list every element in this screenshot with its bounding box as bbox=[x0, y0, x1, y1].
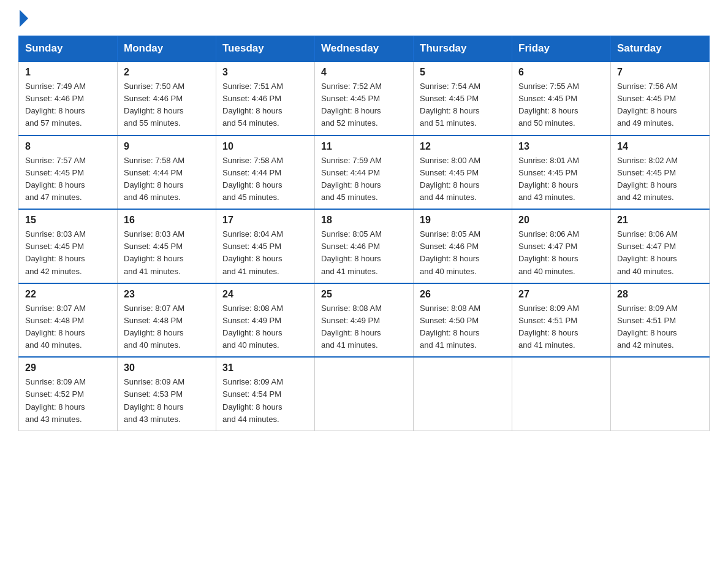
day-cell-27: 27 Sunrise: 8:09 AM Sunset: 4:51 PM Dayl… bbox=[512, 283, 611, 358]
week-row-4: 22 Sunrise: 8:07 AM Sunset: 4:48 PM Dayl… bbox=[19, 283, 710, 358]
weekday-header-saturday: Saturday bbox=[611, 36, 710, 62]
day-info: Sunrise: 8:00 AM Sunset: 4:45 PM Dayligh… bbox=[420, 155, 506, 204]
day-info: Sunrise: 7:58 AM Sunset: 4:44 PM Dayligh… bbox=[124, 155, 210, 204]
day-number: 1 bbox=[25, 67, 111, 78]
day-cell-7: 7 Sunrise: 7:56 AM Sunset: 4:45 PM Dayli… bbox=[611, 61, 710, 136]
day-number: 13 bbox=[518, 141, 604, 152]
weekday-header-thursday: Thursday bbox=[414, 36, 512, 62]
day-cell-1: 1 Sunrise: 7:49 AM Sunset: 4:46 PM Dayli… bbox=[19, 61, 118, 136]
day-info: Sunrise: 7:58 AM Sunset: 4:44 PM Dayligh… bbox=[222, 155, 308, 204]
day-info: Sunrise: 8:08 AM Sunset: 4:49 PM Dayligh… bbox=[222, 302, 308, 352]
day-cell-12: 12 Sunrise: 8:00 AM Sunset: 4:45 PM Dayl… bbox=[414, 136, 512, 210]
day-number: 3 bbox=[222, 67, 308, 78]
day-cell-19: 19 Sunrise: 8:05 AM Sunset: 4:46 PM Dayl… bbox=[414, 209, 512, 283]
day-cell-31: 31 Sunrise: 8:09 AM Sunset: 4:54 PM Dayl… bbox=[216, 357, 315, 431]
empty-day-cell bbox=[512, 357, 611, 431]
day-number: 17 bbox=[222, 215, 308, 226]
day-info: Sunrise: 8:09 AM Sunset: 4:53 PM Dayligh… bbox=[124, 376, 210, 426]
day-number: 11 bbox=[321, 141, 407, 152]
week-row-3: 15 Sunrise: 8:03 AM Sunset: 4:45 PM Dayl… bbox=[19, 209, 710, 283]
day-cell-14: 14 Sunrise: 8:02 AM Sunset: 4:45 PM Dayl… bbox=[611, 136, 710, 210]
day-info: Sunrise: 7:55 AM Sunset: 4:45 PM Dayligh… bbox=[518, 80, 604, 130]
day-number: 2 bbox=[124, 67, 210, 78]
logo bbox=[18, 12, 28, 23]
day-cell-29: 29 Sunrise: 8:09 AM Sunset: 4:52 PM Dayl… bbox=[19, 357, 118, 431]
day-info: Sunrise: 7:50 AM Sunset: 4:46 PM Dayligh… bbox=[124, 80, 210, 130]
weekday-header-wednesday: Wednesday bbox=[315, 36, 414, 62]
empty-day-cell bbox=[315, 357, 414, 431]
day-info: Sunrise: 7:59 AM Sunset: 4:44 PM Dayligh… bbox=[321, 155, 407, 204]
weekday-header-friday: Friday bbox=[512, 36, 611, 62]
week-row-2: 8 Sunrise: 7:57 AM Sunset: 4:45 PM Dayli… bbox=[19, 136, 710, 210]
day-info: Sunrise: 8:09 AM Sunset: 4:51 PM Dayligh… bbox=[518, 302, 604, 352]
weekday-header-monday: Monday bbox=[118, 36, 216, 62]
day-number: 6 bbox=[518, 67, 604, 78]
day-cell-13: 13 Sunrise: 8:01 AM Sunset: 4:45 PM Dayl… bbox=[512, 136, 611, 210]
day-cell-23: 23 Sunrise: 8:07 AM Sunset: 4:48 PM Dayl… bbox=[118, 283, 216, 358]
day-cell-30: 30 Sunrise: 8:09 AM Sunset: 4:53 PM Dayl… bbox=[118, 357, 216, 431]
day-info: Sunrise: 8:09 AM Sunset: 4:51 PM Dayligh… bbox=[617, 302, 703, 352]
day-number: 15 bbox=[25, 215, 111, 226]
day-cell-3: 3 Sunrise: 7:51 AM Sunset: 4:46 PM Dayli… bbox=[216, 61, 315, 136]
day-cell-24: 24 Sunrise: 8:08 AM Sunset: 4:49 PM Dayl… bbox=[216, 283, 315, 358]
day-number: 12 bbox=[420, 141, 506, 152]
day-info: Sunrise: 8:05 AM Sunset: 4:46 PM Dayligh… bbox=[321, 228, 407, 278]
day-info: Sunrise: 7:56 AM Sunset: 4:45 PM Dayligh… bbox=[617, 80, 703, 130]
day-number: 31 bbox=[222, 362, 308, 373]
day-info: Sunrise: 7:51 AM Sunset: 4:46 PM Dayligh… bbox=[222, 80, 308, 130]
day-cell-22: 22 Sunrise: 8:07 AM Sunset: 4:48 PM Dayl… bbox=[19, 283, 118, 358]
day-number: 16 bbox=[124, 215, 210, 226]
weekday-header-tuesday: Tuesday bbox=[216, 36, 315, 62]
day-info: Sunrise: 8:07 AM Sunset: 4:48 PM Dayligh… bbox=[25, 302, 111, 352]
week-row-1: 1 Sunrise: 7:49 AM Sunset: 4:46 PM Dayli… bbox=[19, 61, 710, 136]
day-number: 14 bbox=[617, 141, 703, 152]
day-number: 8 bbox=[25, 141, 111, 152]
day-info: Sunrise: 8:03 AM Sunset: 4:45 PM Dayligh… bbox=[124, 228, 210, 278]
day-cell-8: 8 Sunrise: 7:57 AM Sunset: 4:45 PM Dayli… bbox=[19, 136, 118, 210]
day-cell-9: 9 Sunrise: 7:58 AM Sunset: 4:44 PM Dayli… bbox=[118, 136, 216, 210]
day-number: 21 bbox=[617, 215, 703, 226]
day-cell-21: 21 Sunrise: 8:06 AM Sunset: 4:47 PM Dayl… bbox=[611, 209, 710, 283]
day-cell-18: 18 Sunrise: 8:05 AM Sunset: 4:46 PM Dayl… bbox=[315, 209, 414, 283]
day-number: 27 bbox=[518, 289, 604, 300]
day-info: Sunrise: 7:54 AM Sunset: 4:45 PM Dayligh… bbox=[420, 80, 506, 130]
day-info: Sunrise: 8:02 AM Sunset: 4:45 PM Dayligh… bbox=[617, 155, 703, 204]
day-number: 7 bbox=[617, 67, 703, 78]
empty-day-cell bbox=[611, 357, 710, 431]
day-number: 20 bbox=[518, 215, 604, 226]
day-number: 23 bbox=[124, 289, 210, 300]
day-info: Sunrise: 8:09 AM Sunset: 4:54 PM Dayligh… bbox=[222, 376, 308, 426]
day-info: Sunrise: 8:06 AM Sunset: 4:47 PM Dayligh… bbox=[518, 228, 604, 278]
page-header bbox=[18, 12, 710, 23]
day-cell-10: 10 Sunrise: 7:58 AM Sunset: 4:44 PM Dayl… bbox=[216, 136, 315, 210]
day-cell-28: 28 Sunrise: 8:09 AM Sunset: 4:51 PM Dayl… bbox=[611, 283, 710, 358]
day-number: 18 bbox=[321, 215, 407, 226]
day-cell-4: 4 Sunrise: 7:52 AM Sunset: 4:45 PM Dayli… bbox=[315, 61, 414, 136]
weekday-header-sunday: Sunday bbox=[19, 36, 118, 62]
day-cell-17: 17 Sunrise: 8:04 AM Sunset: 4:45 PM Dayl… bbox=[216, 209, 315, 283]
day-number: 26 bbox=[420, 289, 506, 300]
day-number: 24 bbox=[222, 289, 308, 300]
day-number: 25 bbox=[321, 289, 407, 300]
day-cell-15: 15 Sunrise: 8:03 AM Sunset: 4:45 PM Dayl… bbox=[19, 209, 118, 283]
day-number: 4 bbox=[321, 67, 407, 78]
day-info: Sunrise: 8:05 AM Sunset: 4:46 PM Dayligh… bbox=[420, 228, 506, 278]
day-number: 19 bbox=[420, 215, 506, 226]
day-number: 30 bbox=[124, 362, 210, 373]
week-row-5: 29 Sunrise: 8:09 AM Sunset: 4:52 PM Dayl… bbox=[19, 357, 710, 431]
day-info: Sunrise: 8:09 AM Sunset: 4:52 PM Dayligh… bbox=[25, 376, 111, 426]
day-info: Sunrise: 7:57 AM Sunset: 4:45 PM Dayligh… bbox=[25, 155, 111, 204]
day-info: Sunrise: 8:03 AM Sunset: 4:45 PM Dayligh… bbox=[25, 228, 111, 278]
day-cell-26: 26 Sunrise: 8:08 AM Sunset: 4:50 PM Dayl… bbox=[414, 283, 512, 358]
day-info: Sunrise: 8:08 AM Sunset: 4:49 PM Dayligh… bbox=[321, 302, 407, 352]
day-cell-11: 11 Sunrise: 7:59 AM Sunset: 4:44 PM Dayl… bbox=[315, 136, 414, 210]
day-info: Sunrise: 7:49 AM Sunset: 4:46 PM Dayligh… bbox=[25, 80, 111, 130]
day-cell-25: 25 Sunrise: 8:08 AM Sunset: 4:49 PM Dayl… bbox=[315, 283, 414, 358]
day-cell-6: 6 Sunrise: 7:55 AM Sunset: 4:45 PM Dayli… bbox=[512, 61, 611, 136]
day-number: 22 bbox=[25, 289, 111, 300]
day-info: Sunrise: 8:08 AM Sunset: 4:50 PM Dayligh… bbox=[420, 302, 506, 352]
day-info: Sunrise: 8:07 AM Sunset: 4:48 PM Dayligh… bbox=[124, 302, 210, 352]
day-info: Sunrise: 7:52 AM Sunset: 4:45 PM Dayligh… bbox=[321, 80, 407, 130]
day-info: Sunrise: 8:06 AM Sunset: 4:47 PM Dayligh… bbox=[617, 228, 703, 278]
day-number: 5 bbox=[420, 67, 506, 78]
